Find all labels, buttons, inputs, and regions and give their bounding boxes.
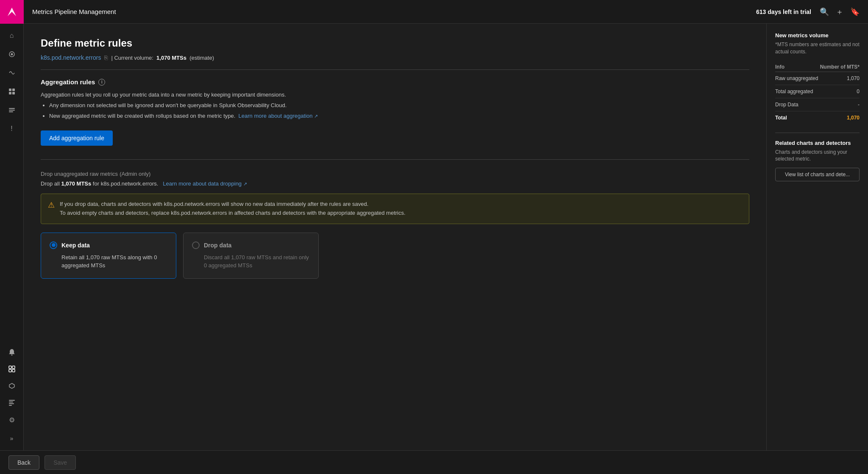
col-info: Info — [775, 62, 819, 72]
data-option-cards: Keep data Retain all 1,070 raw MTSs alon… — [41, 233, 749, 279]
volume-value: 1,070 MTSs — [156, 55, 186, 61]
svg-rect-11 — [9, 366, 11, 369]
panel-title: New metrics volume — [775, 32, 860, 39]
related-desc: Charts and detectors using your selected… — [775, 149, 860, 163]
sidebar-item-synthetics[interactable]: ! — [3, 120, 20, 137]
panel-divider — [775, 133, 860, 133]
drop-description: Drop all 1,070 MTSs for k8s.pod.network.… — [41, 180, 749, 187]
svg-rect-4 — [12, 89, 15, 91]
sidebar-item-metrics[interactable] — [3, 360, 20, 377]
keep-data-card[interactable]: Keep data Retain all 1,070 raw MTSs alon… — [41, 233, 176, 279]
sidebar-item-logs[interactable] — [3, 102, 20, 119]
splunk-logo[interactable] — [0, 0, 24, 24]
row-label-raw: Raw unaggregated — [775, 72, 819, 85]
metrics-volume-table: Info Number of MTS* Raw unaggregated 1,0… — [775, 62, 860, 124]
bookmark-icon[interactable]: 🔖 — [850, 7, 860, 17]
section-divider — [41, 159, 749, 160]
svg-point-2 — [11, 53, 13, 55]
svg-rect-15 — [9, 400, 15, 401]
drop-data-card[interactable]: Drop data Discard all 1,070 raw MTSs and… — [183, 233, 319, 279]
table-row: Drop Data - — [775, 98, 860, 111]
row-value-raw: 1,070 — [819, 72, 860, 85]
sidebar: ⌂ ! — [0, 24, 24, 450]
svg-rect-17 — [9, 403, 14, 404]
svg-point-10 — [11, 355, 12, 356]
add-icon[interactable]: ＋ — [836, 7, 843, 17]
related-title: Related charts and detectors — [775, 140, 860, 146]
topbar: Metrics Pipeline Management 613 days lef… — [0, 0, 868, 24]
keep-data-description: Retain all 1,070 raw MTSs along with 0 a… — [50, 253, 167, 270]
search-icon[interactable]: 🔍 — [820, 7, 829, 17]
drop-data-radio[interactable] — [192, 241, 200, 249]
view-charts-button[interactable]: View list of charts and dete... — [775, 168, 860, 181]
aggregation-rules-description: Aggregation rules let you roll up your m… — [41, 91, 749, 120]
right-panel: New metrics volume *MTS numbers are esti… — [766, 24, 868, 450]
metric-volume: | Current volume: 1,070 MTSs (estimate) — [111, 55, 214, 61]
svg-marker-0 — [8, 8, 16, 16]
sidebar-collapse-button[interactable]: » — [3, 430, 20, 447]
svg-rect-16 — [9, 402, 13, 402]
svg-rect-3 — [9, 89, 11, 91]
sidebar-item-apm[interactable] — [3, 64, 20, 81]
sidebar-item-rum[interactable] — [3, 83, 20, 100]
table-row-total: Total 1,070 — [775, 111, 860, 124]
drop-section-title: Drop unaggregated raw metrics (Admin onl… — [41, 170, 749, 177]
main-content: Define metric rules k8s.pod.network.erro… — [24, 24, 766, 450]
learn-more-aggregation-link[interactable]: Learn more about aggregation ↗ — [237, 113, 318, 119]
row-label-aggregated: Total aggregated — [775, 85, 819, 98]
drop-external-link-icon: ↗ — [243, 181, 247, 186]
sidebar-item-integrations[interactable] — [3, 377, 20, 394]
row-label-drop: Drop Data — [775, 98, 819, 111]
aggregation-bullet-2: New aggregated metric will be created wi… — [49, 112, 749, 121]
metric-info-bar: k8s.pod.network.errors ⎘ | Current volum… — [41, 54, 749, 70]
page-title: Define metric rules — [41, 37, 749, 49]
keep-data-title: Keep data — [61, 242, 90, 249]
aggregation-rules-list: Any dimension not selected will be ignor… — [41, 101, 749, 121]
row-value-drop: - — [819, 98, 860, 111]
sidebar-item-dashboards[interactable] — [3, 394, 20, 411]
svg-rect-14 — [12, 369, 15, 372]
volume-suffix: (estimate) — [189, 55, 214, 61]
drop-data-title: Drop data — [204, 242, 231, 249]
svg-rect-7 — [9, 108, 15, 109]
svg-rect-18 — [9, 405, 12, 406]
external-link-icon: ↗ — [314, 114, 318, 119]
back-button[interactable]: Back — [8, 455, 39, 470]
app-title: Metrics Pipeline Management — [24, 8, 756, 15]
table-row: Total aggregated 0 — [775, 85, 860, 98]
copy-icon[interactable]: ⎘ — [104, 54, 108, 61]
topbar-actions: 🔍 ＋ 🔖 — [820, 7, 868, 17]
aggregation-bullet-1: Any dimension not selected will be ignor… — [49, 101, 749, 110]
main-layout: ⌂ ! — [0, 24, 868, 450]
table-row: Raw unaggregated 1,070 — [775, 72, 860, 85]
sidebar-item-alerts[interactable] — [3, 344, 20, 360]
learn-more-dropping-link[interactable]: Learn more about data dropping ↗ — [161, 180, 247, 187]
aggregation-rules-info-icon[interactable]: i — [98, 79, 105, 86]
trial-badge: 613 days left in trial — [756, 8, 811, 15]
keep-data-radio[interactable] — [50, 241, 57, 249]
sidebar-item-home[interactable]: ⌂ — [3, 27, 20, 44]
sidebar-bottom: ⚙ — [3, 344, 20, 428]
aggregation-rules-title: Aggregation rules — [41, 78, 95, 86]
svg-rect-12 — [12, 366, 15, 369]
warning-text: If you drop data, charts and detectors w… — [60, 200, 406, 218]
volume-label: | Current volume: — [111, 55, 153, 61]
warning-box: ⚠ If you drop data, charts and detectors… — [41, 194, 749, 224]
svg-rect-13 — [9, 369, 11, 372]
col-mts: Number of MTS* — [819, 62, 860, 72]
aggregation-rules-header: Aggregation rules i — [41, 78, 749, 86]
svg-rect-5 — [9, 92, 11, 94]
save-button: Save — [45, 455, 76, 470]
svg-rect-8 — [9, 110, 15, 111]
row-value-aggregated: 0 — [819, 85, 860, 98]
metric-name-link[interactable]: k8s.pod.network.errors — [41, 54, 101, 61]
sidebar-item-infrastructure[interactable] — [3, 46, 20, 63]
panel-subtitle: *MTS numbers are estimates and not actua… — [775, 41, 860, 55]
warning-icon: ⚠ — [48, 200, 55, 218]
svg-rect-6 — [12, 92, 15, 94]
add-aggregation-rule-button[interactable]: Add aggregation rule — [41, 130, 113, 146]
svg-rect-9 — [9, 111, 13, 112]
sidebar-item-settings[interactable]: ⚙ — [3, 411, 20, 428]
footer: Back Save — [0, 450, 868, 474]
keep-data-header: Keep data — [50, 241, 167, 249]
